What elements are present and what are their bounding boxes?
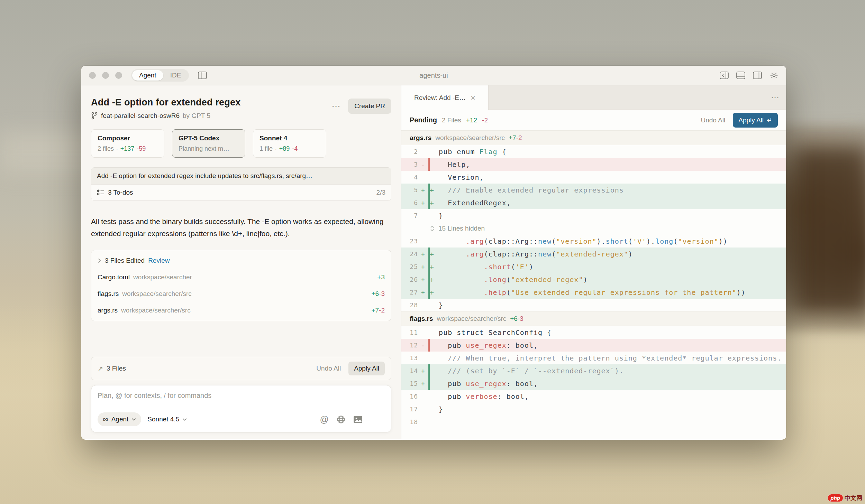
- app-window: Agent IDE agents-ui Add: [81, 66, 786, 440]
- review-toolbar: Pending 2 Files +12 -2 Undo All Apply Al…: [401, 110, 786, 131]
- agent-card-deletions: -59: [137, 145, 146, 152]
- review-panel: Review: Add -E… × ⋯ Pending 2 Files +12 …: [401, 85, 786, 439]
- chevron-down-icon: [131, 418, 136, 421]
- files-edited-header[interactable]: 3 Files Edited Review: [91, 252, 391, 269]
- file-row[interactable]: args.rs workspace/searcher/src +7-2: [91, 302, 391, 319]
- agent-card-deletions: -4: [292, 145, 298, 152]
- voice-input-button[interactable]: [370, 412, 385, 427]
- diff-row: 6++ ExtendedRegex,: [401, 196, 786, 209]
- undo-all-button-review[interactable]: Undo All: [701, 116, 725, 124]
- file-row[interactable]: flags.rs workspace/searcher/src +6-3: [91, 286, 391, 302]
- model-selector-label: Sonnet 4.5: [147, 416, 179, 423]
- panel-bottom-icon: [736, 72, 745, 79]
- panel-right-icon: [753, 72, 762, 79]
- tab-agent[interactable]: Agent: [132, 70, 163, 81]
- hidden-lines-row[interactable]: 15 Lines hidden: [401, 222, 786, 235]
- diff-row: 26++ .long("extended-regex"): [401, 273, 786, 286]
- collapse-left-panel-button[interactable]: [720, 72, 729, 79]
- agent-card-composer[interactable]: Composer 2 files · +137-59: [91, 129, 164, 158]
- apply-all-button-left[interactable]: Apply All: [348, 362, 385, 375]
- undo-all-button-left[interactable]: Undo All: [316, 365, 341, 372]
- dot-separator: ·: [275, 146, 277, 152]
- dot-separator: ·: [116, 146, 118, 152]
- model-selector[interactable]: Sonnet 4.5: [147, 416, 187, 423]
- chevron-right-icon: [98, 258, 101, 263]
- diff-file-deletions: -2: [516, 134, 522, 141]
- task-more-button[interactable]: ⋯: [331, 102, 340, 111]
- tab-ide[interactable]: IDE: [163, 70, 188, 81]
- image-icon: [353, 416, 363, 423]
- review-tabbar: Review: Add -E… × ⋯: [401, 85, 786, 110]
- diff-file-deletions: -3: [518, 315, 523, 322]
- file-row[interactable]: Cargo.toml workspace/searcher +3: [91, 269, 391, 286]
- diff-row: 15+ pub use_regex: bool,: [401, 377, 786, 390]
- prompt-input[interactable]: [98, 392, 385, 400]
- apply-all-button-review[interactable]: Apply All ↵: [733, 113, 778, 128]
- web-search-button[interactable]: [336, 415, 346, 424]
- diff-file-header-flags[interactable]: flags.rs workspace/searcher/src +6-3: [401, 311, 786, 326]
- chevron-down-icon: [182, 418, 187, 421]
- task-box: Add -E option for extended regex include…: [91, 167, 391, 201]
- tab-review[interactable]: Review: Add -E… ×: [401, 85, 489, 110]
- close-window-button[interactable]: [89, 72, 96, 79]
- file-additions: +3: [377, 273, 385, 281]
- agent-card-name: GPT-5 Codex: [179, 134, 239, 142]
- file-name: args.rs: [98, 307, 118, 314]
- todos-row[interactable]: 3 To-dos 2/3: [91, 184, 391, 200]
- diff-file-name: args.rs: [410, 134, 431, 142]
- composer: ∞ Agent Sonnet 4.5 @: [91, 385, 391, 432]
- sidebar-icon: [198, 72, 207, 79]
- diff-row: 25++ .short('E'): [401, 260, 786, 273]
- unfold-icon: [430, 225, 435, 232]
- php-logo: php: [828, 494, 844, 502]
- diff-row: 5++ /// Enable extended regular expressi…: [401, 184, 786, 196]
- agent-panel: Add -E option for extended regex feat-pa…: [81, 85, 401, 439]
- toggle-bottom-panel-button[interactable]: [736, 72, 745, 79]
- diff-row: 11 pub struct SearchConfig {: [401, 326, 786, 339]
- review-link[interactable]: Review: [148, 257, 170, 264]
- minimize-window-button[interactable]: [102, 72, 109, 79]
- mode-selector[interactable]: ∞ Agent: [98, 412, 141, 426]
- diff-flags-rs: 11 pub struct SearchConfig {12- pub use_…: [401, 326, 786, 428]
- agent-card-gpt5-codex[interactable]: GPT-5 Codex Planning next m…: [172, 129, 245, 158]
- create-pr-button[interactable]: Create PR: [348, 99, 391, 114]
- diff-row: 4 Version,: [401, 171, 786, 184]
- infinity-icon: ∞: [103, 416, 108, 423]
- task-title: Add -E option for extended regex: [91, 97, 240, 108]
- review-status: Pending: [410, 116, 437, 124]
- sidebar-toggle-button[interactable]: [198, 72, 207, 79]
- diff-file-additions: +7: [509, 134, 516, 141]
- mode-segmented-control: Agent IDE: [131, 69, 189, 82]
- diff-row: 14+ /// (set by `-E` / `--extended-regex…: [401, 364, 786, 377]
- diff-file-path: workspace/searcher/src: [435, 134, 505, 142]
- pending-files-bar: ↗ 3 Files Undo All Apply All: [91, 357, 391, 380]
- diff-row: 28 }: [401, 299, 786, 311]
- toggle-right-panel-button[interactable]: [753, 72, 762, 79]
- diff-row: 27++ .help("Use extended regular express…: [401, 286, 786, 299]
- mention-context-button[interactable]: @: [320, 414, 329, 424]
- file-deletions: -2: [379, 307, 385, 314]
- agent-card-additions: +137: [120, 145, 135, 152]
- at-icon: @: [320, 414, 329, 424]
- files-edited-label: 3 Files Edited: [105, 257, 145, 264]
- tabbar-more-button[interactable]: ⋯: [771, 93, 779, 102]
- titlebar-actions: [720, 71, 778, 80]
- branch-name: feat-parallel-search-oswR6: [101, 112, 180, 120]
- attach-image-button[interactable]: [353, 416, 363, 423]
- review-additions: +12: [466, 116, 477, 124]
- agent-card-files: 2 files: [98, 145, 114, 152]
- agent-card-sonnet4[interactable]: Sonnet 4 1 file · +89-4: [253, 129, 326, 158]
- diff-file-header-args[interactable]: args.rs workspace/searcher/src +7-2: [401, 131, 786, 145]
- close-tab-button[interactable]: ×: [471, 94, 475, 102]
- todos-progress: 2/3: [376, 189, 385, 196]
- diff-row: 2 pub enum Flag {: [401, 145, 786, 158]
- diff-row: 3- Help,: [401, 158, 786, 171]
- wallpaper-trees-dark: [796, 149, 865, 311]
- settings-button[interactable]: [770, 71, 778, 80]
- diff-row: 17 }: [401, 403, 786, 416]
- file-deletions: -3: [379, 290, 385, 297]
- diff-row: 13 /// When true, interpret the pattern …: [401, 352, 786, 364]
- zoom-window-button[interactable]: [115, 72, 122, 79]
- agent-card-name: Sonnet 4: [260, 134, 320, 142]
- pending-files-count: 3 Files: [107, 365, 126, 372]
